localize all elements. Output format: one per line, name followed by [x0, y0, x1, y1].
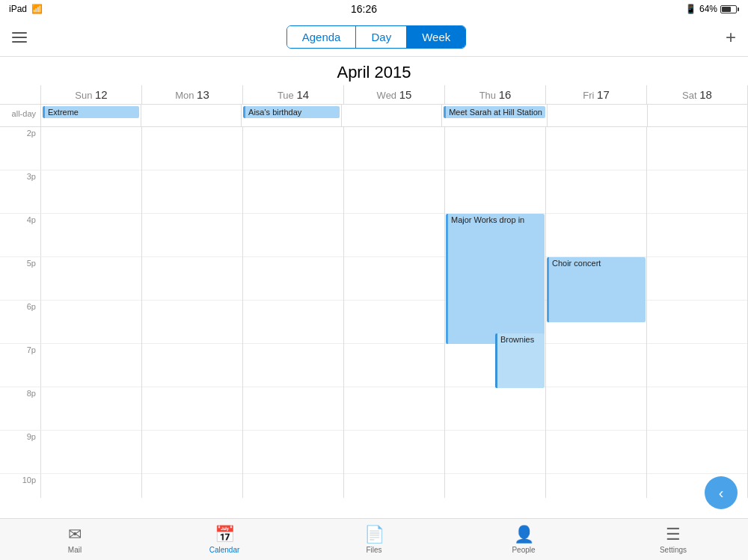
allday-cell-wed[interactable]	[342, 105, 442, 126]
tab-week[interactable]: Week	[407, 26, 465, 48]
people-icon: 👤	[514, 525, 534, 544]
files-icon: 📄	[364, 525, 384, 544]
event-choir-concert[interactable]: Choir concert	[547, 257, 646, 322]
month-title: April 2015	[0, 57, 748, 85]
status-left: iPad 📶	[9, 4, 43, 14]
event-meet-sarah[interactable]: Meet Sarah at Hill Station	[444, 106, 545, 118]
tab-day[interactable]: Day	[356, 26, 407, 48]
settings-icon: ☰	[666, 525, 681, 544]
status-bar: iPad 📶 16:26 📱 64%	[0, 0, 748, 18]
event-major-works[interactable]: Major Works drop in	[446, 214, 545, 344]
battery-icon	[720, 5, 739, 13]
time-label-7p: 7p	[0, 344, 41, 387]
col-header-fri: Fri 17	[546, 85, 647, 104]
hour-sun-9[interactable]	[41, 431, 141, 474]
time-label-3p: 3p	[0, 170, 41, 214]
time-label-6p: 6p	[0, 301, 41, 344]
col-header-thu: Thu 16	[445, 85, 546, 104]
event-aisa-birthday[interactable]: Aisa's birthday	[243, 106, 340, 118]
time-labels-col: 2p 3p 4p 5p 6p 7p 8p 9p 10p	[0, 127, 41, 498]
hamburger-menu[interactable]	[12, 32, 27, 43]
event-extreme[interactable]: Extreme	[43, 106, 139, 118]
nav-settings[interactable]: ☰ Settings	[598, 525, 748, 554]
time-grid: 2p 3p 4p 5p 6p 7p 8p 9p 10p	[0, 127, 748, 498]
hour-sun-6[interactable]	[41, 301, 141, 344]
tab-agenda[interactable]: Agenda	[287, 26, 357, 48]
mail-icon: ✉	[68, 525, 82, 544]
time-label-5p: 5p	[0, 257, 41, 301]
nav-settings-label: Settings	[660, 546, 687, 554]
device-label: iPad	[9, 4, 27, 14]
nav-files[interactable]: 📄 Files	[299, 525, 449, 554]
time-label-4p: 4p	[0, 214, 41, 257]
day-col-tue[interactable]	[243, 127, 344, 498]
header-spacer	[0, 85, 41, 104]
hour-sun-4[interactable]	[41, 214, 141, 257]
col-header-sun: Sun 12	[41, 85, 142, 104]
day-col-mon[interactable]	[142, 127, 243, 498]
day-col-thu[interactable]: Major Works drop in Brownies	[445, 127, 546, 498]
top-bar: Agenda Day Week +	[0, 18, 748, 57]
time-label-9p: 9p	[0, 431, 41, 474]
calendar-icon: 📅	[215, 525, 235, 544]
event-brownies[interactable]: Brownies	[495, 333, 545, 388]
back-button[interactable]: ‹	[705, 476, 738, 509]
day-col-sun[interactable]	[41, 127, 142, 498]
time-label-2p: 2p	[0, 127, 41, 170]
time-display: 16:26	[351, 3, 377, 15]
nav-mail-label: Mail	[68, 546, 82, 554]
time-label-10p: 10p	[0, 474, 41, 498]
nav-calendar[interactable]: 📅 Calendar	[150, 525, 299, 554]
hour-sun-10[interactable]	[41, 474, 141, 498]
hour-sun-5[interactable]	[41, 257, 141, 301]
calendar-header: Sun 12 Mon 13 Tue 14 Wed 15 Thu 16 Fri 1…	[0, 85, 748, 105]
bottom-nav: ✉ Mail 📅 Calendar 📄 Files 👤 People ☰ Set…	[0, 518, 748, 560]
status-right: 📱 64%	[685, 4, 739, 14]
nav-people[interactable]: 👤 People	[449, 525, 598, 554]
allday-cell-fri[interactable]	[548, 105, 648, 126]
col-header-mon: Mon 13	[142, 85, 243, 104]
add-event-button[interactable]: +	[726, 27, 736, 48]
allday-cell-tue[interactable]: Aisa's birthday	[242, 105, 342, 126]
nav-mail[interactable]: ✉ Mail	[0, 525, 150, 554]
bluetooth-icon: 📱	[685, 4, 696, 14]
col-header-tue: Tue 14	[243, 85, 344, 104]
allday-cell-thu[interactable]: Meet Sarah at Hill Station	[442, 105, 548, 126]
view-tab-group: Agenda Day Week	[286, 25, 466, 49]
hour-sun-3[interactable]	[41, 170, 141, 214]
allday-cell-sat[interactable]	[648, 105, 748, 126]
allday-row: all-day Extreme Aisa's birthday Meet Sar…	[0, 105, 748, 127]
hour-sun-8[interactable]	[41, 387, 141, 431]
allday-cell-mon[interactable]	[141, 105, 242, 126]
time-label-8p: 8p	[0, 387, 41, 431]
day-col-wed[interactable]	[344, 127, 445, 498]
hour-sun-7[interactable]	[41, 344, 141, 387]
allday-label: all-day	[0, 105, 41, 126]
col-header-sat: Sat 18	[647, 85, 748, 104]
nav-files-label: Files	[366, 546, 381, 554]
hour-sun-2[interactable]	[41, 127, 141, 170]
chevron-left-icon: ‹	[719, 484, 724, 502]
battery-percentage: 64%	[699, 4, 717, 14]
day-col-sat[interactable]	[647, 127, 748, 498]
nav-calendar-label: Calendar	[209, 546, 240, 554]
wifi-icon: 📶	[31, 4, 43, 14]
col-header-wed: Wed 15	[344, 85, 445, 104]
day-col-fri[interactable]: Choir concert	[546, 127, 647, 498]
nav-people-label: People	[512, 546, 535, 554]
allday-cell-sun[interactable]: Extreme	[41, 105, 141, 126]
